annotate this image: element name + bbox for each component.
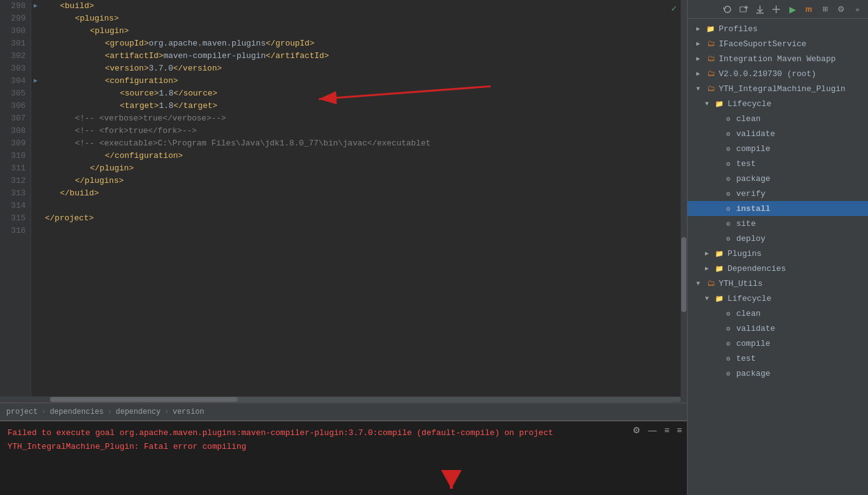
icon-clean-1: ⚙ [723, 114, 734, 124]
download-button[interactable] [753, 2, 767, 16]
label-yth-integral: YTH_IntegralMachine_Plugin [719, 84, 846, 94]
horizontal-scrollbar-thumb[interactable] [50, 397, 237, 402]
tree-item-install-1[interactable]: ⚙ install [688, 201, 868, 216]
code-line-310: </configuration> [45, 150, 676, 162]
icon-compile-1: ⚙ [723, 144, 734, 154]
tree-item-v2[interactable]: ▶ 🗂 V2.0.0.210730 (root) [688, 66, 868, 81]
label-v2: V2.0.0.210730 (root) [719, 69, 816, 79]
breadcrumb-dependency[interactable]: dependency [116, 408, 160, 416]
refresh-button[interactable] [721, 2, 734, 16]
code-line-300: <plugin> [45, 25, 676, 37]
code-line-312: </plugins> [45, 175, 676, 187]
label-integration: Integration Maven Webapp [719, 54, 836, 64]
label-plugins-1: Plugins [727, 249, 762, 258]
tree-item-plugins-1[interactable]: ▶ 📁 Plugins [688, 246, 868, 261]
label-compile-1: compile [736, 144, 771, 154]
skip-tests-button[interactable]: ⊞ [818, 2, 832, 16]
tree-item-ifacesupport[interactable]: ▶ 🗂 IFaceSuportService [688, 36, 868, 51]
code-line-314 [45, 200, 676, 212]
label-profiles: Profiles [719, 24, 757, 34]
main-layout: 298 299 300 301 302 303 304 305 306 307 … [0, 0, 868, 495]
output-settings-button[interactable]: ⚙ [630, 424, 643, 436]
arrow-profiles: ▶ [696, 25, 705, 32]
label-package-2: package [736, 369, 771, 378]
icon-compile-2: ⚙ [723, 338, 734, 348]
tree-item-dependencies-1[interactable]: ▶ 📁 Dependencies [688, 261, 868, 276]
label-package-1: package [736, 174, 771, 184]
label-clean-1: clean [736, 114, 761, 124]
expand-button[interactable]: » [851, 2, 864, 16]
code-line-303: <version> 3.7.0 </version> [45, 62, 676, 75]
tree-item-integration[interactable]: ▶ 🗂 Integration Maven Webapp [688, 51, 868, 66]
tree-item-test-1[interactable]: ⚙ test [688, 156, 868, 171]
icon-package-1: ⚙ [723, 174, 734, 184]
scrollbar-thumb[interactable] [681, 237, 686, 312]
tree-item-clean-2[interactable]: ⚙ clean [688, 306, 868, 321]
tree-item-lifecycle-1[interactable]: ▼ 📁 Lifecycle [688, 96, 868, 111]
output-scroll-top-button[interactable]: ≡ [662, 424, 672, 436]
add-module-button[interactable] [737, 2, 751, 16]
icon-yth-utils: 🗂 [705, 278, 716, 288]
code-line-307: <!-- <verbose>true</verbose>--> [45, 112, 676, 125]
label-validate-2: validate [736, 324, 775, 333]
breadcrumb-bar: project › dependencies › dependency › ve… [0, 403, 687, 420]
label-site-1: site [736, 219, 756, 228]
vertical-scrollbar[interactable] [681, 0, 687, 396]
code-line-311: </plugin> [45, 162, 676, 175]
horizontal-scrollbar-track [50, 397, 681, 402]
editor-area: 298 299 300 301 302 303 304 305 306 307 … [0, 0, 687, 495]
code-line-315: </project> [45, 212, 676, 225]
icon-test-2: ⚙ [723, 353, 734, 363]
output-close-button[interactable]: — [646, 424, 659, 436]
output-content: Failed to execute goal org.apache.maven.… [0, 421, 687, 459]
icon-clean-2: ⚙ [723, 308, 734, 318]
tree-item-site-1[interactable]: ⚙ site [688, 216, 868, 231]
maven-icon-button[interactable]: m [802, 2, 816, 16]
maven-toolbar: ✓ [688, 0, 868, 19]
tree-item-package-2[interactable]: ⚙ package [688, 366, 868, 381]
icon-profiles-folder: 📁 [705, 24, 716, 34]
run-button[interactable]: ▶ [786, 2, 799, 16]
code-line-316 [45, 225, 676, 237]
tree-item-clean-1[interactable]: ⚙ clean [688, 111, 868, 126]
arrow-yth-integral: ▼ [696, 86, 705, 92]
icon-lifecycle-2: 📁 [714, 293, 725, 303]
breadcrumb-project[interactable]: project [6, 408, 37, 416]
label-lifecycle-1: Lifecycle [727, 99, 771, 109]
code-container: 298 299 300 301 302 303 304 305 306 307 … [0, 0, 687, 396]
arrow-ifacesupport: ▶ [696, 40, 705, 47]
settings-panel-button[interactable]: ⚙ [834, 2, 848, 16]
breadcrumb-version[interactable]: version [172, 408, 204, 416]
icon-dependencies-1: 📁 [714, 263, 725, 273]
icon-install-1: ⚙ [723, 203, 734, 213]
label-verify-1: verify [736, 189, 766, 198]
tree-item-deploy-1[interactable]: ⚙ deploy [688, 231, 868, 246]
tree-item-verify-1[interactable]: ⚙ verify [688, 186, 868, 201]
breadcrumb-dependencies[interactable]: dependencies [50, 408, 104, 416]
label-clean-2: clean [736, 309, 761, 318]
icon-plugins-1: 📁 [714, 248, 725, 258]
tree-item-yth-integral[interactable]: ▼ 🗂 YTH_IntegralMachine_Plugin [688, 81, 868, 96]
error-line-2: YTH_IntegralMachine_Plugin: Fatal error … [7, 440, 679, 454]
tree-item-test-2[interactable]: ⚙ test [688, 351, 868, 366]
tree-item-profiles[interactable]: ▶ 📁 Profiles [688, 21, 868, 36]
code-line-306: <target> 1.8 </target> [45, 100, 676, 112]
tree-item-lifecycle-2[interactable]: ▼ 📁 Lifecycle [688, 291, 868, 306]
maven-tree[interactable]: ▶ 📁 Profiles ▶ 🗂 IFaceSuportService ▶ 🗂 … [688, 19, 868, 495]
tree-item-compile-1[interactable]: ⚙ compile [688, 141, 868, 156]
tree-item-compile-2[interactable]: ⚙ compile [688, 336, 868, 351]
output-toolbar: ⚙ — ≡ ≡ [628, 421, 687, 439]
label-deploy-1: deploy [736, 234, 766, 243]
label-test-1: test [736, 159, 756, 169]
code-line-298: <build> [45, 0, 676, 12]
create-button[interactable] [769, 2, 783, 16]
fold-gutter: ▶ ▶ [31, 0, 40, 396]
tree-item-validate-1[interactable]: ⚙ validate [688, 126, 868, 141]
output-scroll-bottom-button[interactable]: ≡ [674, 424, 684, 436]
code-editor[interactable]: <build> <plugins> <plugin> <groupId> org… [40, 0, 681, 396]
icon-site-1: ⚙ [723, 218, 734, 228]
error-line-1: Failed to execute goal org.apache.maven.… [7, 426, 679, 440]
tree-item-validate-2[interactable]: ⚙ validate [688, 321, 868, 336]
tree-item-package-1[interactable]: ⚙ package [688, 171, 868, 186]
tree-item-yth-utils[interactable]: ▼ 🗂 YTH_Utils [688, 276, 868, 291]
